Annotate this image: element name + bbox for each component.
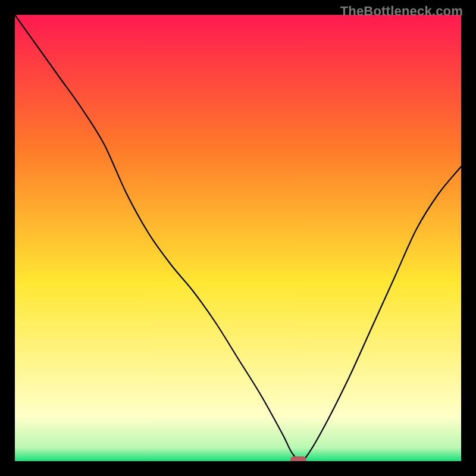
bottleneck-chart — [15, 15, 461, 461]
plot-area — [15, 15, 461, 461]
gradient-background — [15, 15, 461, 461]
optimum-marker — [290, 456, 306, 461]
watermark-text: TheBottleneck.com — [340, 4, 463, 19]
